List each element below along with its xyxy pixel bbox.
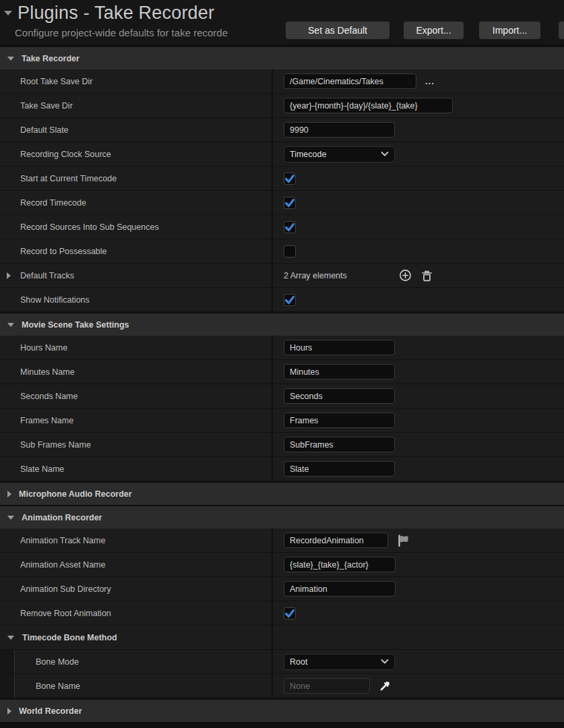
row-label: Timecode Bone Method [22,633,117,642]
row-label: Take Save Dir [20,101,73,111]
row-label: Bone Mode [36,657,79,667]
dropdown-selected-value: Timecode [290,150,326,159]
section-label: Microphone Audio Recorder [19,489,132,499]
section-label: Animation Recorder [22,513,102,522]
row-label: Recording Clock Source [20,150,111,159]
minutes-name-input[interactable]: Minutes [284,364,395,380]
row-label: Animation Track Name [20,536,105,545]
settings-row-record-timecode: Record Timecode [0,191,564,215]
row-label-cell: Sub Frames Name [0,433,273,456]
eyedropper-icon[interactable] [379,680,390,692]
settings-row-frames-name: Frames NameFrames [0,408,564,433]
section-header-animation-recorder[interactable]: Animation Recorder [0,506,564,528]
array-elements-count: 2 Array elements [284,271,390,280]
input-value: Minutes [290,367,319,377]
input-value: {slate}_{take}_{actor} [290,560,369,570]
partial-clipped-button[interactable] [559,22,564,39]
dropdown-selected-value: Root [290,657,307,667]
recording-clock-source-dropdown[interactable]: Timecode [284,146,395,162]
row-value-cell: RecordedAnimation [273,528,564,552]
settings-row-hours-name: Hours NameHours [0,336,564,360]
frames-name-input[interactable]: Frames [284,413,395,428]
indent-guide [0,650,15,673]
row-label: Minutes Name [20,367,75,377]
settings-row-animation-track-name: Animation Track NameRecordedAnimation [0,528,564,553]
record-timecode-checkbox[interactable] [284,197,296,209]
export-button[interactable]: Export... [404,22,464,39]
chevron-down-icon [381,659,389,665]
section-header-movie-scene-take-settings[interactable]: Movie Scene Take Settings [0,313,564,336]
collapse-arrow-icon[interactable] [7,323,14,327]
settings-row-root-take-save-dir: Root Take Save Dir/Game/Cinematics/Takes… [0,69,564,94]
hours-name-input[interactable]: Hours [284,340,395,355]
row-value-cell [273,288,564,311]
section-header-take-recorder[interactable]: Take Recorder [0,47,564,69]
take-save-dir-input[interactable]: {year}-{month}-{day}/{slate}_{take} [284,98,453,113]
seconds-name-input[interactable]: Seconds [284,388,395,404]
row-label-cell: Default Tracks [0,264,273,287]
row-label-cell: Animation Asset Name [0,553,273,576]
row-value-cell: Root [273,650,564,673]
settings-row-sub-frames-name: Sub Frames NameSubFrames [0,433,564,457]
input-value: Slate [290,464,309,474]
settings-row-minutes-name: Minutes NameMinutes [0,360,564,384]
delete-elements-icon[interactable] [420,270,433,282]
settings-row-show-notifications: Show Notifications [0,288,564,312]
section-header-microphone-audio-recorder[interactable]: Microphone Audio Recorder [0,483,564,505]
remove-root-animation-checkbox[interactable] [284,607,296,619]
row-label-cell: Bone Name [0,674,273,698]
row-value-cell: 9990 [273,118,564,142]
row-value-cell: Minutes [273,360,564,384]
settings-row-record-to-possessable: Record to Possessable [0,239,564,264]
settings-row-record-sources-into-sub-sequences: Record Sources Into Sub Sequences [0,215,564,239]
row-value-cell [273,601,564,625]
record-sources-into-sub-sequences-checkbox[interactable] [284,221,296,233]
root-take-save-dir-input[interactable]: /Game/Cinematics/Takes [284,73,416,89]
row-value-cell [273,215,564,239]
animation-sub-directory-input[interactable]: Animation [284,581,396,597]
bone-name-input[interactable]: None [284,678,370,694]
settings-row-timecode-bone-method: Timecode Bone Method [0,626,564,650]
record-to-possessable-checkbox[interactable] [284,245,296,257]
default-slate-input[interactable]: 9990 [284,122,395,138]
settings-row-seconds-name: Seconds NameSeconds [0,384,564,408]
page-title-caret-icon[interactable] [4,11,12,16]
input-value: /Game/Cinematics/Takes [290,77,383,86]
row-value-cell: SubFrames [273,433,564,456]
input-value: Seconds [290,392,323,401]
sub-frames-name-input[interactable]: SubFrames [284,437,395,452]
settings-row-bone-name: Bone NameNone [0,674,564,698]
section-header-world-recorder[interactable]: World Recorder [0,700,564,722]
collapse-arrow-icon[interactable] [7,636,14,640]
expand-arrow-icon[interactable] [7,491,11,497]
checkmark-icon [284,607,296,619]
browse-ellipsis-icon[interactable]: ... [425,76,435,86]
expand-arrow-icon[interactable] [7,708,11,715]
start-at-current-timecode-checkbox[interactable] [284,173,296,185]
row-label: Frames Name [20,416,73,425]
settings-row-animation-sub-directory: Animation Sub DirectoryAnimation [0,577,564,601]
set-as-default-button[interactable]: Set as Default [286,22,389,39]
slate-name-input[interactable]: Slate [284,461,395,477]
bone-mode-dropdown[interactable]: Root [284,654,395,670]
collapse-arrow-icon[interactable] [7,57,14,61]
collapse-arrow-icon[interactable] [7,516,14,520]
import-button[interactable]: Import... [479,22,540,39]
show-notifications-checkbox[interactable] [284,294,296,306]
add-element-icon[interactable] [399,269,412,282]
row-value-cell [273,166,564,190]
animation-asset-name-input[interactable]: {slate}_{take}_{actor} [284,557,396,572]
flag-icon[interactable] [397,535,410,547]
expand-arrow-icon[interactable] [7,272,11,279]
row-value-cell: Hours [273,336,564,359]
row-value-cell: 2 Array elements [273,264,564,287]
checkmark-icon [284,221,296,233]
section-label: Movie Scene Take Settings [22,320,129,330]
animation-track-name-input[interactable]: RecordedAnimation [284,533,388,548]
row-value-cell [273,191,564,214]
section-label: Take Recorder [22,54,80,63]
row-label-cell: Record Timecode [0,191,273,214]
settings-grid: Take RecorderRoot Take Save Dir/Game/Cin… [0,47,564,722]
row-value-cell: Slate [273,457,564,481]
row-value-cell: Seconds [273,384,564,408]
